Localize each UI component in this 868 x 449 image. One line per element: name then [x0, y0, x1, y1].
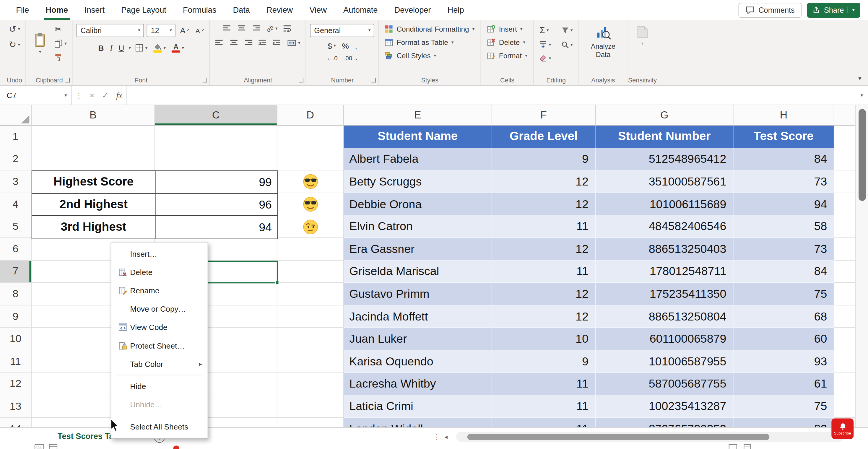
cell[interactable]: 84 [734, 260, 834, 283]
cell[interactable]: 886513250804 [596, 306, 734, 328]
row-number[interactable]: 3 [0, 170, 32, 193]
borders-button[interactable]: ▾ [133, 42, 149, 53]
cell[interactable]: Highest Score [32, 171, 156, 193]
insert-function-button[interactable]: fx [112, 90, 126, 100]
scrollbar-splitter[interactable]: ⋮ [433, 432, 440, 441]
menu-tab[interactable]: View [301, 0, 335, 20]
cell[interactable]: Student Name [344, 126, 492, 148]
cell[interactable]: Debbie Orona [344, 193, 492, 216]
menu-tab[interactable]: Developer [386, 0, 439, 20]
row-number[interactable]: 6 [0, 238, 32, 260]
cell[interactable]: 512548965412 [596, 148, 734, 170]
cell[interactable]: 2nd Highest [32, 193, 156, 215]
cell[interactable]: Karisa Oquendo [344, 350, 492, 373]
cell[interactable] [32, 148, 155, 170]
column-header-h[interactable]: H [734, 105, 834, 126]
dialog-launcher-icon[interactable] [66, 78, 70, 83]
cell[interactable]: 11 [492, 260, 596, 283]
cell[interactable] [277, 306, 344, 328]
format-painter-button[interactable] [53, 52, 64, 63]
cell[interactable]: 75 [734, 283, 834, 306]
font-name-select[interactable]: Calibri▾ [76, 24, 144, 37]
cell[interactable]: 101006587955 [596, 350, 734, 373]
collapse-ribbon-button[interactable]: ▾ [858, 75, 861, 82]
column-header-c[interactable]: C [155, 105, 277, 126]
cell[interactable] [277, 126, 344, 148]
cell[interactable]: 61 [734, 373, 834, 395]
cell[interactable]: 175235411350 [596, 283, 734, 306]
cell[interactable]: 11 [492, 395, 596, 418]
formula-input[interactable] [126, 86, 856, 104]
cell[interactable]: Test Score [734, 126, 834, 148]
cell[interactable] [277, 148, 344, 170]
cell[interactable]: 75 [734, 395, 834, 418]
cell[interactable]: Grade Level [492, 126, 596, 148]
context-menu-item-view-code[interactable]: View Code [112, 318, 208, 336]
decrease-decimal-button[interactable]: .00→ [342, 54, 360, 63]
cell[interactable]: Student Number [596, 126, 734, 148]
column-header-f[interactable]: F [492, 105, 596, 126]
autosum-button[interactable]: Σ▾ [538, 25, 553, 36]
cell[interactable]: 12 [492, 193, 596, 216]
cell[interactable]: 11 [492, 418, 596, 427]
increase-decimal-button[interactable]: ←.0 [325, 54, 339, 63]
context-menu-item-hide[interactable]: Hide [112, 377, 208, 395]
cell[interactable]: 12 [492, 283, 596, 306]
find-select-button[interactable]: ▾ [559, 40, 574, 50]
cell[interactable]: 3rd Highest [32, 216, 156, 238]
wrap-text-button[interactable] [282, 24, 294, 33]
analyze-data-button[interactable]: Analyze Data [583, 24, 624, 61]
align-bottom-button[interactable] [251, 24, 262, 33]
cell[interactable]: 73 [734, 170, 834, 193]
cell[interactable]: 12 [492, 170, 596, 193]
cell[interactable]: 82 [734, 418, 834, 427]
menu-tab[interactable]: Page Layout [113, 0, 175, 20]
increase-indent-button[interactable] [272, 38, 283, 47]
bold-button[interactable]: B [97, 43, 105, 53]
chevron-down-icon[interactable]: ▾ [848, 7, 855, 13]
vertical-scrollbar[interactable] [855, 105, 868, 427]
cell[interactable]: Lacresha Whitby [344, 373, 492, 395]
font-color-button[interactable]: A▾ [170, 42, 186, 54]
enter-button[interactable]: ✓ [98, 91, 112, 100]
align-left-button[interactable] [214, 38, 225, 47]
decrease-font-size-button[interactable]: A˅ [194, 26, 206, 35]
cell[interactable]: 68 [734, 306, 834, 328]
context-menu-item-rename[interactable]: Rename [112, 282, 208, 300]
menu-tab[interactable]: Formulas [175, 0, 224, 20]
row-number[interactable]: 8 [0, 283, 32, 306]
scroll-left-icon[interactable]: ◂ [445, 434, 447, 441]
copy-button[interactable]: ▾ [53, 38, 68, 49]
cell[interactable]: 94 [156, 216, 277, 238]
clear-button[interactable]: ▾ [538, 54, 553, 64]
column-header-b[interactable]: B [32, 105, 155, 126]
cell[interactable]: 11 [492, 216, 596, 238]
cell[interactable] [277, 418, 344, 427]
insert-cells-button[interactable]: Insert▾ [485, 24, 525, 35]
cell[interactable]: 101006115689 [596, 193, 734, 216]
dialog-launcher-icon[interactable] [299, 78, 304, 83]
cell[interactable]: 96 [156, 193, 277, 215]
fill-color-button[interactable]: ▾ [152, 42, 167, 53]
horizontal-scrollbar[interactable] [456, 432, 844, 442]
comments-button[interactable]: Comments [739, 2, 802, 18]
select-all-corner[interactable] [0, 105, 32, 126]
cell[interactable]: Betty Scruggs [344, 170, 492, 193]
menu-tab[interactable]: Help [439, 0, 472, 20]
cell[interactable] [155, 126, 277, 148]
cell[interactable]: 9 [492, 148, 596, 170]
row-number[interactable]: 5 [0, 216, 32, 238]
cell[interactable]: 351000587561 [596, 170, 734, 193]
cell[interactable]: 58 [734, 216, 834, 238]
undo-button[interactable]: ↺▾ [7, 24, 22, 35]
cell[interactable] [277, 328, 344, 350]
underline-button[interactable]: U [117, 43, 126, 53]
cell[interactable]: 73 [734, 238, 834, 260]
cell[interactable] [277, 350, 344, 373]
chevron-down-icon[interactable]: ▾ [128, 46, 131, 50]
cell[interactable]: 886513250403 [596, 238, 734, 260]
cell[interactable]: 178012548711 [596, 260, 734, 283]
fill-button[interactable]: ▾ [538, 40, 553, 50]
format-cells-button[interactable]: Format▾ [485, 51, 529, 61]
increase-font-size-button[interactable]: A˄ [179, 25, 191, 35]
